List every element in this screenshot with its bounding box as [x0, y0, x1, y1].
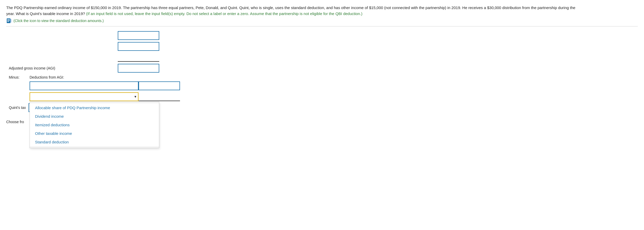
dropdown-menu: Allocable share of PDQ Partnership incom… [30, 102, 159, 148]
dropdown-wrapper: Allocable share of PDQ Partnership incom… [30, 92, 139, 101]
minus-label: Minus: [9, 75, 30, 79]
row1-input[interactable] [118, 31, 159, 40]
dropdown-item-standard[interactable]: Standard deduction [30, 138, 159, 146]
icon-link-text: (Click the icon to view the standard ded… [13, 19, 104, 23]
minus-deductions-row: Minus: Deductions from AGI: [9, 75, 638, 79]
page-wrapper: The PDQ Partnership earned ordinary inco… [0, 0, 644, 124]
deduction-select[interactable]: Allocable share of PDQ Partnership incom… [30, 92, 139, 101]
deduction1-amount-input[interactable] [139, 81, 180, 90]
icon-link-row[interactable]: (Click the icon to view the standard ded… [6, 18, 638, 24]
question-text: The PDQ Partnership earned ordinary inco… [6, 5, 577, 17]
deduction1-label-input[interactable] [30, 81, 139, 90]
svg-rect-2 [7, 20, 10, 21]
agi-row: Adjusted gross income (AGI) [9, 64, 638, 73]
select-box-container: Allocable share of PDQ Partnership incom… [30, 92, 139, 101]
choose-from-label: Choose fro [6, 120, 24, 124]
svg-rect-4 [10, 19, 11, 23]
deduction-row-2: Allocable share of PDQ Partnership incom… [30, 92, 638, 101]
row2-input[interactable] [118, 42, 159, 51]
svg-rect-1 [7, 19, 10, 20]
dropdown-item-dividend[interactable]: Dividend income [30, 112, 159, 121]
question-green-instruction: (If an input field is not used, leave th… [86, 11, 362, 16]
svg-rect-3 [7, 21, 9, 22]
dropdown-item-other[interactable]: Other taxable income [30, 129, 159, 138]
agi-label: Adjusted gross income (AGI) [9, 66, 118, 70]
dropdown-item-allocable[interactable]: Allocable share of PDQ Partnership incom… [30, 103, 159, 112]
row3-input[interactable] [118, 53, 159, 62]
divider [6, 26, 638, 26]
quints-tax-label: Quint's tax [9, 106, 26, 110]
deduction2-amount-input[interactable] [139, 92, 180, 101]
form-section: Adjusted gross income (AGI) Minus: Deduc… [9, 31, 638, 112]
dropdown-item-itemized[interactable]: Itemized deductions [30, 121, 159, 129]
deductions-label: Deductions from AGI: [30, 75, 64, 79]
agi-input[interactable] [118, 64, 159, 73]
input-row-3 [9, 53, 638, 62]
input-row-1 [9, 31, 638, 40]
book-icon[interactable] [6, 18, 12, 24]
deduction-row-1 [30, 81, 638, 90]
input-row-2 [9, 42, 638, 51]
deductions-inputs: Allocable share of PDQ Partnership incom… [30, 81, 638, 101]
